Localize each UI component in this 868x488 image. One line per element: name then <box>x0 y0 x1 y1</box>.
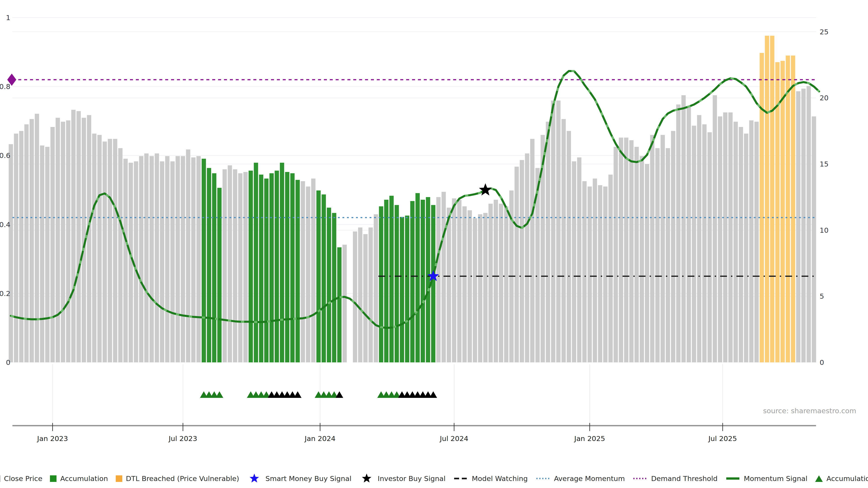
legend-item-average-momentum: Average Momentum <box>535 473 625 484</box>
price-bar <box>786 56 790 362</box>
legend-label: Accumulation <box>60 475 108 483</box>
price-bar <box>191 158 195 362</box>
price-bar <box>520 160 524 362</box>
price-bar <box>332 213 336 363</box>
price-bar <box>770 36 774 362</box>
left-axis-label: 0.8 <box>0 83 10 91</box>
triangle-swatch-icon <box>815 475 823 482</box>
price-bar <box>30 119 34 362</box>
price-bar <box>35 114 39 363</box>
price-bar <box>196 156 201 362</box>
price-bar <box>640 156 644 362</box>
price-bar <box>327 207 331 362</box>
price-bar <box>311 178 315 362</box>
price-bar <box>739 127 743 362</box>
price-bar <box>577 158 581 362</box>
price-bar <box>296 180 300 362</box>
price-bar <box>410 201 414 362</box>
legend-item-dtl-breached-price-vulnerable-: DTL Breached (Price Vulnerable) <box>116 475 239 483</box>
price-bar <box>452 198 456 362</box>
price-bar <box>593 178 597 362</box>
price-bar <box>671 131 675 362</box>
right-axis-label: 15 <box>819 160 829 168</box>
price-bar <box>395 205 399 362</box>
accumulation-triangle <box>216 391 223 398</box>
price-bar <box>24 124 29 362</box>
price-bar <box>165 156 169 362</box>
price-bar <box>807 86 811 362</box>
legend-item-close-price: Close Price <box>0 475 42 483</box>
price-bar <box>71 110 75 362</box>
source-credit: source: sharemaestro.com <box>763 407 856 415</box>
price-bar <box>598 185 602 362</box>
price-bar <box>666 148 670 362</box>
price-bar <box>123 159 128 363</box>
right-axis-label: 0 <box>819 358 824 366</box>
price-bar <box>551 101 555 362</box>
price-bar <box>655 148 659 362</box>
price-bar <box>19 131 24 362</box>
price-bar <box>384 200 389 362</box>
price-bar <box>765 36 769 362</box>
legend-label: Investor Buy Signal <box>378 475 445 483</box>
price-bar <box>290 173 294 362</box>
price-bar <box>270 173 274 362</box>
price-bar <box>61 122 65 362</box>
price-bar <box>228 165 232 362</box>
price-bar <box>379 206 383 362</box>
price-bar <box>499 204 503 362</box>
price-bar <box>14 133 18 362</box>
price-bar <box>390 196 394 362</box>
price-bar <box>546 122 550 362</box>
legend-label: Demand Threshold <box>651 475 717 483</box>
price-bar <box>708 132 712 362</box>
price-bar <box>181 156 185 362</box>
price-bar <box>202 159 206 363</box>
left-axis-label: 0 <box>6 358 10 366</box>
star-swatch-icon <box>359 473 374 484</box>
price-bar <box>76 111 81 362</box>
legend-item-demand-threshold: Demand Threshold <box>632 473 717 484</box>
price-bar <box>254 163 258 362</box>
price-bar <box>660 135 665 362</box>
price-bar <box>426 197 430 362</box>
price-bar <box>45 147 50 362</box>
legend-label: Average Momentum <box>554 475 625 483</box>
right-axis-label: 25 <box>819 28 829 36</box>
x-axis-label: Jan 2024 <box>304 434 336 443</box>
investor-buy-star <box>479 183 492 195</box>
left-axis-label: 0.2 <box>0 289 10 297</box>
price-bar <box>358 228 362 362</box>
price-bar <box>405 216 409 362</box>
price-bar <box>468 210 472 362</box>
price-bar <box>66 121 70 362</box>
price-bar <box>160 161 164 362</box>
square-swatch-icon <box>50 475 57 482</box>
price-bar <box>515 167 519 362</box>
price-bar <box>97 135 102 362</box>
price-bar <box>144 153 149 362</box>
price-bar <box>275 170 279 362</box>
price-bar <box>718 116 722 362</box>
legend-label: Smart Money Buy Signal <box>266 475 351 483</box>
right-axis-label: 5 <box>819 292 824 300</box>
price-bar <box>478 214 483 362</box>
right-axis-label: 10 <box>819 226 829 234</box>
price-bar <box>457 200 462 362</box>
price-bar <box>744 133 748 362</box>
price-bar <box>754 122 759 362</box>
price-bar <box>812 116 816 362</box>
accumulation-triangle <box>336 391 343 398</box>
price-bar <box>322 195 326 362</box>
price-bar <box>176 156 180 362</box>
square-swatch-icon <box>116 475 122 482</box>
square-swatch-icon <box>0 475 0 482</box>
price-bar <box>118 148 123 362</box>
price-bar <box>368 228 373 362</box>
price-bar <box>186 150 190 363</box>
price-bar <box>259 175 264 362</box>
price-bar <box>760 53 764 362</box>
price-bar <box>103 141 107 362</box>
price-bar <box>801 89 806 362</box>
price-bar <box>233 169 237 362</box>
